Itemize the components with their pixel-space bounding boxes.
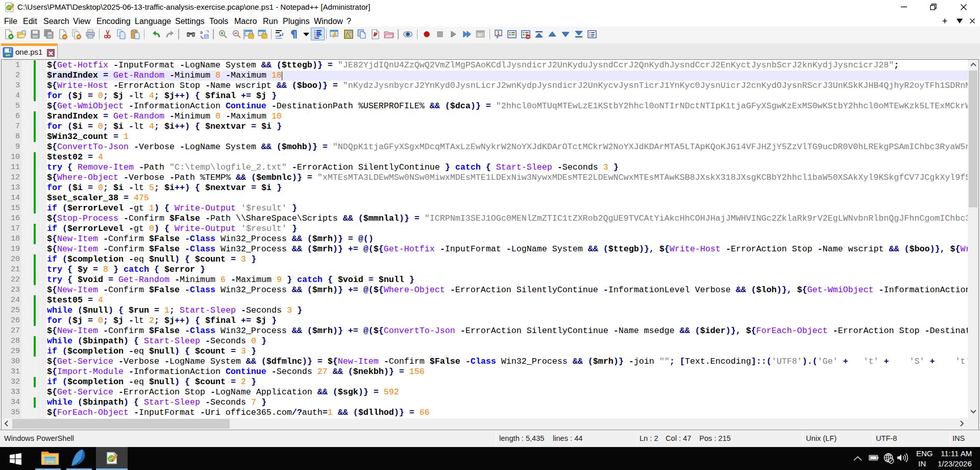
svg-text:b: b	[205, 34, 208, 39]
svg-text:1: 1	[497, 30, 500, 36]
svg-text:a: a	[200, 30, 203, 35]
